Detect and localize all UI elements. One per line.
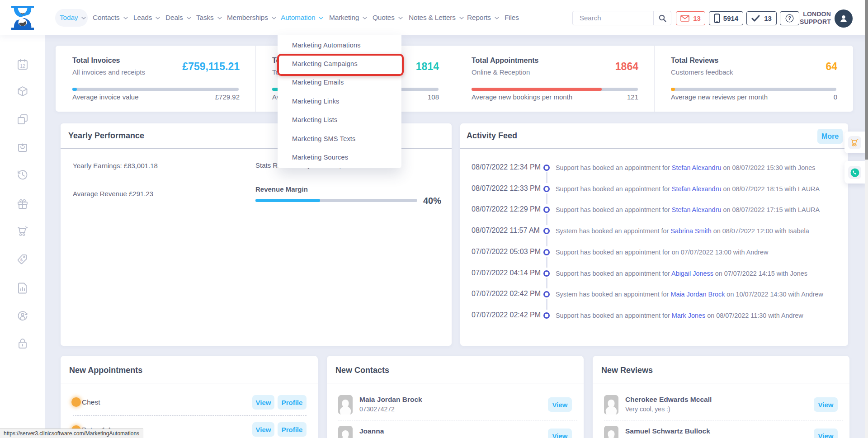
svg-text:$: $ bbox=[20, 258, 23, 262]
svg-text:?: ? bbox=[788, 15, 791, 21]
svg-text:12: 12 bbox=[20, 63, 25, 69]
